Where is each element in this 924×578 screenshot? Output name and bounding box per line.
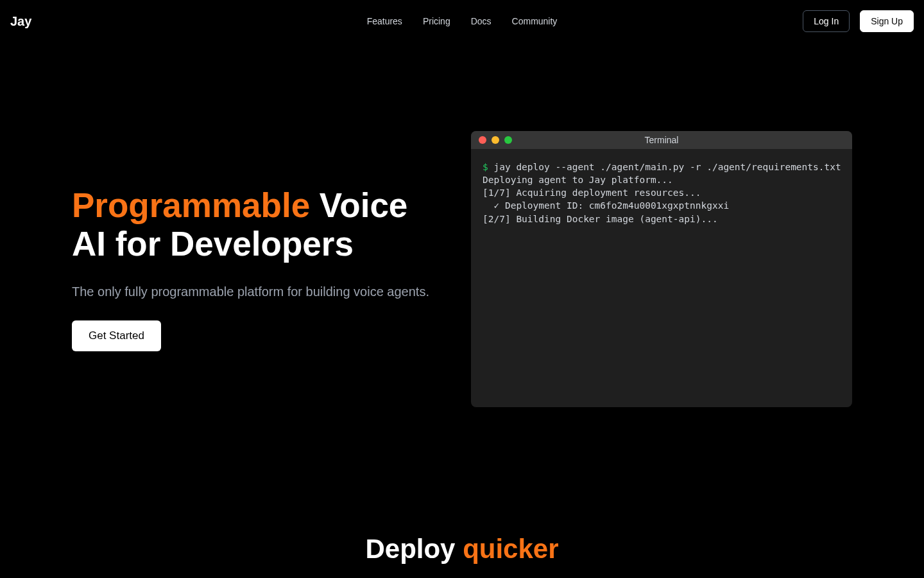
hero-section: Programmable Voice AI for Developers The… [0, 42, 924, 495]
nav-link-features[interactable]: Features [367, 16, 402, 26]
traffic-lights [479, 136, 512, 144]
terminal-title: Terminal [645, 135, 679, 145]
hero-subtitle: The only fully programmable platform for… [72, 282, 431, 301]
terminal-command: jay deploy --agent ./agent/main.py -r ./… [488, 162, 841, 172]
brand-logo[interactable]: Jay [10, 14, 31, 29]
hero-terminal-wrap: Terminal $ jay deploy --agent ./agent/ma… [471, 131, 852, 407]
hero-cta-row: Get Started [72, 320, 445, 351]
navbar: Jay Features Pricing Docs Community Log … [0, 0, 924, 42]
maximize-icon[interactable] [504, 136, 512, 144]
terminal-window: Terminal $ jay deploy --agent ./agent/ma… [471, 131, 852, 407]
nav-link-community[interactable]: Community [512, 16, 558, 26]
close-icon[interactable] [479, 136, 486, 144]
hero-title: Programmable Voice AI for Developers [72, 186, 445, 263]
hero-copy: Programmable Voice AI for Developers The… [72, 186, 445, 351]
nav-link-docs[interactable]: Docs [471, 16, 492, 26]
terminal-body: $ jay deploy --agent ./agent/main.py -r … [471, 149, 852, 237]
terminal-titlebar: Terminal [471, 131, 852, 149]
signup-button[interactable]: Sign Up [860, 10, 914, 32]
terminal-prompt: $ [483, 162, 488, 172]
get-started-button[interactable]: Get Started [72, 320, 161, 351]
second-heading-prefix: Deploy [365, 534, 463, 564]
second-heading-accent: quicker [463, 534, 558, 564]
minimize-icon[interactable] [492, 136, 499, 144]
login-button[interactable]: Log In [803, 10, 850, 32]
second-heading: Deploy quicker [0, 534, 924, 565]
terminal-output: Deploying agent to Jay platform... [1/7]… [483, 175, 729, 224]
nav-links: Features Pricing Docs Community [367, 16, 558, 26]
hero-title-accent: Programmable [72, 186, 310, 224]
nav-link-pricing[interactable]: Pricing [423, 16, 450, 26]
nav-auth: Log In Sign Up [803, 10, 914, 32]
